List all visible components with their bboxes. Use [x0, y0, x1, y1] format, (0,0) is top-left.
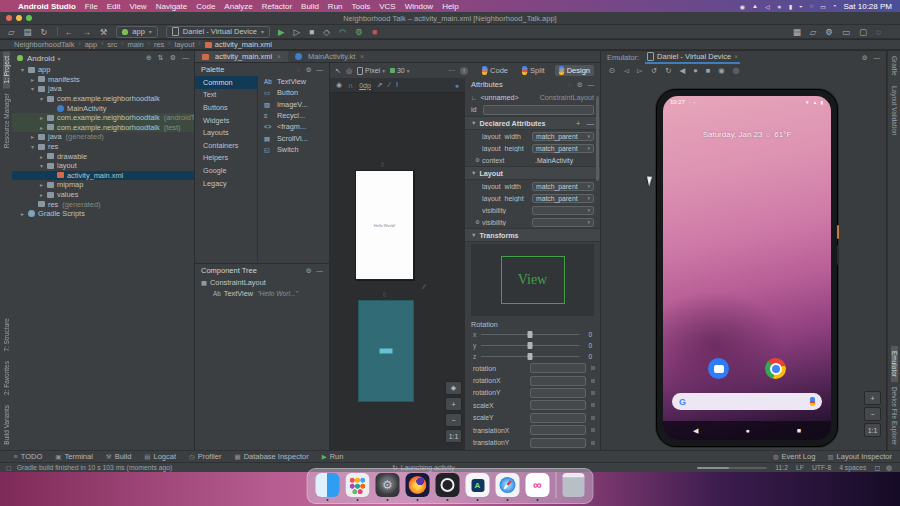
- tool-window-button[interactable]: ▥ Layout Inspector: [827, 452, 892, 461]
- slider-track[interactable]: [481, 356, 579, 357]
- chrome-app-icon[interactable]: [765, 358, 786, 379]
- design-canvas[interactable]: ▯ Hello World! ∕∕ ▯ ◈ +−1:1: [330, 93, 465, 451]
- breadcrumb-item[interactable]: layout: [175, 40, 195, 49]
- component-tree-header-icon[interactable]: —: [317, 267, 324, 275]
- resource-picker-icon[interactable]: [591, 391, 595, 395]
- tree-row[interactable]: ▸ java (generated): [12, 132, 194, 142]
- tool-window-button[interactable]: ⚒ Build: [106, 452, 132, 461]
- tree-row[interactable]: ▸ mipmap: [12, 180, 194, 190]
- resource-picker-icon[interactable]: [591, 379, 595, 383]
- tree-expand-arrow[interactable]: ▸: [31, 133, 38, 140]
- menubar-status-icon[interactable]: ▮: [789, 3, 792, 10]
- breadcrumb-item[interactable]: res: [154, 40, 164, 49]
- toolbar-run-icon[interactable]: ■: [372, 27, 377, 37]
- design-info-icon[interactable]: ●: [455, 82, 459, 89]
- tree-row[interactable]: ▸ manifests: [12, 75, 194, 85]
- slider-thumb[interactable]: [528, 342, 533, 349]
- palette-item[interactable]: ≡ Recycl...: [258, 110, 329, 121]
- palette-header-icon[interactable]: ⚙: [306, 66, 312, 74]
- tree-row[interactable]: ▸ drawable: [12, 151, 194, 161]
- dock-app-icon[interactable]: [496, 473, 520, 497]
- constraint-tool-icon[interactable]: ⇗: [377, 81, 383, 89]
- toolbar-run-icon[interactable]: ⚙: [355, 27, 363, 37]
- menubar-item[interactable]: File: [85, 2, 98, 11]
- tool-window-button[interactable]: ▦ Database Inspector: [234, 452, 308, 461]
- transforms-section[interactable]: ▼ Transforms: [465, 228, 600, 242]
- transform-field-input[interactable]: [530, 438, 586, 448]
- transform-field-input[interactable]: [530, 425, 586, 435]
- blueprint-preview-phone[interactable]: [358, 300, 414, 402]
- palette-header-icon[interactable]: —: [317, 66, 324, 74]
- close-tab-icon[interactable]: ×: [734, 53, 738, 60]
- emulator-control-icon[interactable]: ●: [693, 66, 698, 75]
- tree-expand-arrow[interactable]: ▾: [40, 162, 47, 169]
- module-selector[interactable]: app: [116, 26, 158, 38]
- file-encoding[interactable]: UTF-8: [812, 464, 831, 471]
- tree-row[interactable]: ▾ com.example.neighborhoodtalk: [12, 94, 194, 104]
- transform-field-input[interactable]: [530, 376, 586, 386]
- attribute-value-dropdown[interactable]: [532, 206, 594, 215]
- dock-app-icon[interactable]: [466, 473, 490, 497]
- messages-app-icon[interactable]: [708, 358, 729, 379]
- dock-app-icon[interactable]: [436, 473, 460, 497]
- tool-window-button[interactable]: Resource Manager: [3, 88, 10, 153]
- menubar-clock[interactable]: Sat 10:28 PM: [844, 2, 892, 11]
- editor-tab[interactable]: MainActivity.kt ×: [288, 51, 371, 62]
- toolbar-right-icon[interactable]: ▭: [842, 27, 850, 37]
- layout-section[interactable]: ▼ Layout: [465, 166, 600, 180]
- emulator-control-icon[interactable]: ▻: [637, 66, 643, 75]
- caret-position[interactable]: 11:2: [775, 464, 788, 471]
- toolbar-file-icon[interactable]: ↻: [41, 27, 48, 37]
- voice-search-mic-icon[interactable]: [810, 397, 815, 406]
- menubar-item[interactable]: Edit: [107, 2, 121, 11]
- close-tab-icon[interactable]: ×: [360, 53, 364, 60]
- emulator-screen[interactable]: 10:27 ◦ ▪ ▼ ▲ ▮ Saturday, Jan 23 ☼ 61°F …: [663, 96, 831, 440]
- breadcrumb-item[interactable]: src: [107, 40, 117, 49]
- resource-picker-icon[interactable]: [591, 366, 595, 370]
- menubar-status-icon[interactable]: ∗: [777, 3, 782, 10]
- attribute-value-dropdown[interactable]: match_parent: [532, 194, 594, 203]
- blueprint-textview[interactable]: [380, 349, 393, 354]
- project-header-icon[interactable]: ⇅: [158, 54, 164, 62]
- emulator-control-icon[interactable]: ◀: [679, 66, 685, 75]
- attributes-header-icon[interactable]: ◌: [568, 81, 572, 89]
- palette-header-icon[interactable]: ◌: [297, 66, 301, 74]
- tree-expand-arrow[interactable]: ▸: [21, 210, 28, 217]
- tree-row[interactable]: MainActivity: [12, 103, 194, 113]
- pan-button[interactable]: ◈: [445, 381, 462, 395]
- slider-track[interactable]: [481, 345, 579, 346]
- menubar-item[interactable]: View: [129, 2, 146, 11]
- menubar-status-icon[interactable]: ▭: [820, 3, 826, 10]
- toolbar-file-icon[interactable]: ▤: [24, 27, 32, 37]
- toolbar-nav-icon[interactable]: ←: [65, 27, 74, 37]
- project-header-icon[interactable]: ⚙: [170, 54, 176, 62]
- tool-window-button[interactable]: Build Variants: [3, 400, 10, 450]
- resource-picker-icon[interactable]: [591, 416, 595, 420]
- toolbar-right-icon[interactable]: ◌: [876, 27, 881, 37]
- emulator-control-icon[interactable]: ↺: [651, 66, 657, 75]
- zoom-control-button[interactable]: 1:1: [445, 429, 462, 443]
- component-tree-row[interactable]: Ab TextView "Hello Worl...": [195, 288, 329, 299]
- emulator-control-icon[interactable]: ◎: [733, 66, 740, 75]
- component-tree-row[interactable]: ▦ ConstraintLayout: [195, 277, 329, 288]
- transform-field-input[interactable]: [530, 388, 586, 398]
- palette-item[interactable]: <> <fragm...: [258, 121, 329, 132]
- menu-app-name[interactable]: Android Studio: [18, 2, 76, 11]
- design-tool-icon[interactable]: ↖: [335, 67, 341, 75]
- transform-field-input[interactable]: [530, 363, 586, 373]
- tree-row[interactable]: res (generated): [12, 199, 194, 209]
- menubar-item[interactable]: Code: [196, 2, 215, 11]
- project-header-icon[interactable]: ⊕: [146, 54, 152, 62]
- tree-expand-arrow[interactable]: ▾: [31, 143, 38, 150]
- toolbar-right-icon[interactable]: ▱: [810, 27, 817, 37]
- emulator-control-icon[interactable]: ◉: [718, 66, 725, 75]
- menubar-item[interactable]: Window: [405, 2, 433, 11]
- menubar-item[interactable]: Refactor: [262, 2, 292, 11]
- tool-window-button[interactable]: ▤ Logcat: [144, 452, 176, 461]
- tool-window-button[interactable]: Layout Validation: [891, 81, 898, 140]
- tree-expand-arrow[interactable]: ▸: [40, 153, 47, 160]
- zoom-control-button[interactable]: −: [445, 413, 462, 427]
- constraint-tool-icon[interactable]: ∕: [389, 81, 390, 89]
- toolbar-run-icon[interactable]: ▶: [278, 27, 285, 37]
- breadcrumb-item[interactable]: main: [128, 40, 144, 49]
